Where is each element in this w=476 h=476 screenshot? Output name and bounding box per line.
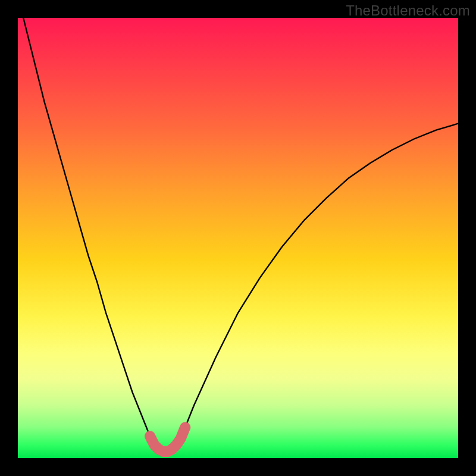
plot-area — [18, 18, 458, 458]
bottleneck-curve — [18, 18, 458, 458]
watermark-text: TheBottleneck.com — [346, 2, 470, 19]
chart-frame: TheBottleneck.com — [0, 0, 476, 476]
